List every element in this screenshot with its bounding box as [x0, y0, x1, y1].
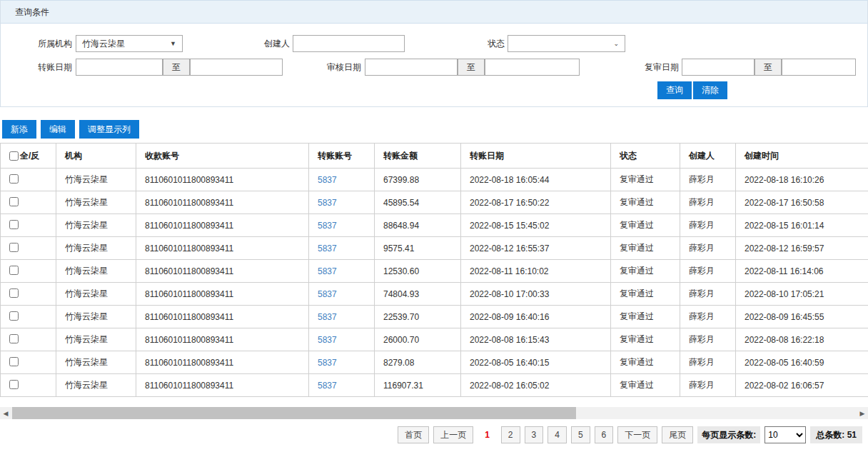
receiving-account-cell: 8110601011800893411 [136, 191, 309, 214]
scroll-left-arrow-icon[interactable]: ◀ [0, 407, 11, 419]
row-checkbox[interactable] [9, 334, 19, 343]
transfer-account-cell: 5837 [309, 191, 375, 214]
chevron-down-icon: ⌄ [613, 40, 619, 47]
org-label: 所属机构 [15, 35, 72, 52]
status-cell: 复审通过 [611, 351, 680, 374]
review-date-to-input[interactable] [782, 59, 856, 76]
page-button[interactable]: 2 [501, 426, 520, 443]
col-header-status: 状态 [611, 144, 680, 169]
next-page-button[interactable]: 下一页 [617, 426, 657, 443]
last-page-button[interactable]: 尾页 [662, 426, 693, 443]
transfer-account-cell: 5837 [309, 237, 375, 260]
transfer-account-link[interactable]: 5837 [318, 198, 337, 208]
receiving-account-cell: 8110601011800893411 [136, 237, 309, 260]
creator-cell: 薛彩月 [680, 191, 736, 214]
status-cell: 复审通过 [611, 169, 680, 191]
horizontal-scrollbar[interactable]: ◀ ▶ [0, 407, 868, 419]
org-select[interactable]: 竹海云柒星 ▼ [76, 35, 183, 52]
first-page-button[interactable]: 首页 [398, 426, 429, 443]
transfer-account-link[interactable]: 5837 [318, 312, 337, 322]
table-row: 竹海云柒星8110601011800893411583774804.932022… [1, 283, 868, 306]
transfer-account-link[interactable]: 5837 [318, 358, 337, 368]
row-checkbox-cell [1, 328, 56, 351]
review-date-from-input[interactable] [682, 59, 755, 76]
adjust-columns-button[interactable]: 调整显示列 [79, 120, 139, 139]
page-button[interactable]: 5 [571, 426, 590, 443]
amount-cell: 88648.94 [375, 214, 461, 237]
transfer-date-cell: 2022-08-09 16:40:16 [461, 306, 611, 328]
transfer-date-cell: 2022-08-05 16:40:15 [461, 351, 611, 374]
transfer-date-to-input[interactable] [190, 59, 283, 76]
transfer-account-link[interactable]: 5837 [318, 266, 337, 276]
transfer-account-link[interactable]: 5837 [318, 175, 337, 185]
status-select[interactable]: ⌄ [508, 35, 625, 52]
row-checkbox-cell [1, 169, 56, 191]
transfer-date-from-input[interactable] [76, 59, 163, 76]
creator-cell: 薛彩月 [680, 306, 736, 328]
created-time-cell: 2022-08-05 16:40:59 [736, 351, 868, 374]
search-button[interactable]: 查询 [657, 81, 692, 99]
select-all-checkbox[interactable] [9, 151, 19, 161]
org-cell: 竹海云柒星 [56, 191, 136, 214]
audit-date-from-input[interactable] [365, 59, 458, 76]
transfer-account-link[interactable]: 5837 [318, 243, 337, 253]
creator-cell: 薛彩月 [680, 169, 736, 191]
page-button[interactable]: 4 [547, 426, 567, 443]
clear-button[interactable]: 清除 [693, 81, 727, 99]
current-page-button[interactable]: 1 [478, 426, 497, 443]
table-row: 竹海云柒星811060101180089341158379575.412022-… [1, 237, 868, 260]
prev-page-button[interactable]: 上一页 [433, 426, 473, 443]
receiving-account-cell: 8110601011800893411 [136, 283, 309, 306]
chevron-down-icon: ▼ [170, 40, 176, 47]
receiving-account-cell: 8110601011800893411 [136, 260, 309, 283]
scrollbar-thumb[interactable] [12, 407, 576, 419]
transfer-date-cell: 2022-08-18 16:05:44 [461, 169, 611, 191]
scroll-right-arrow-icon[interactable]: ▶ [857, 407, 868, 419]
row-checkbox[interactable] [9, 380, 19, 389]
audit-date-to-input[interactable] [485, 59, 580, 76]
review-date-to-label: 至 [755, 59, 782, 76]
row-checkbox[interactable] [9, 174, 19, 184]
transfer-account-link[interactable]: 5837 [318, 289, 337, 299]
row-checkbox[interactable] [9, 243, 19, 252]
transfer-date-to-label: 至 [163, 59, 190, 76]
col-header-creator: 创建人 [680, 144, 736, 169]
row-checkbox[interactable] [9, 197, 19, 206]
amount-cell: 12530.60 [375, 260, 461, 283]
row-checkbox[interactable] [9, 311, 19, 321]
transfer-account-link[interactable]: 5837 [318, 221, 337, 231]
table-row: 竹海云柒星811060101180089341158378279.082022-… [1, 351, 868, 374]
add-button[interactable]: 新添 [2, 120, 36, 139]
page-button[interactable]: 6 [595, 426, 614, 443]
transfer-date-cell: 2022-08-12 16:55:37 [461, 237, 611, 260]
row-checkbox[interactable] [9, 220, 19, 229]
transfer-account-link[interactable]: 5837 [318, 335, 337, 345]
transfer-account-link[interactable]: 5837 [318, 381, 337, 391]
org-cell: 竹海云柒星 [56, 351, 136, 374]
status-cell: 复审通过 [611, 214, 680, 237]
edit-button[interactable]: 编辑 [41, 120, 75, 139]
amount-cell: 67399.88 [375, 169, 461, 191]
row-checkbox-cell [1, 191, 56, 214]
row-checkbox[interactable] [9, 288, 19, 298]
row-checkbox[interactable] [9, 266, 19, 275]
query-panel-title: 查询条件 [1, 1, 867, 24]
transfer-date-cell: 2022-08-02 16:05:02 [461, 374, 611, 397]
receiving-account-cell: 8110601011800893411 [136, 214, 309, 237]
col-header-receiving-account: 收款账号 [136, 144, 309, 169]
page-button[interactable]: 3 [525, 426, 544, 443]
page-number-buttons: 123456 [478, 426, 613, 443]
org-cell: 竹海云柒星 [56, 260, 136, 283]
row-checkbox[interactable] [9, 357, 19, 366]
per-page-select[interactable]: 10 [764, 426, 806, 443]
created-time-cell: 2022-08-09 16:45:55 [736, 306, 868, 328]
creator-input[interactable] [293, 35, 405, 52]
transfer-account-cell: 5837 [309, 283, 375, 306]
query-panel: 查询条件 所属机构 竹海云柒星 ▼ 创建人 状态 ⌄ 转账日期 至 审核日期 至… [0, 0, 868, 107]
receiving-account-cell: 8110601011800893411 [136, 169, 309, 191]
status-cell: 复审通过 [611, 306, 680, 328]
creator-cell: 薛彩月 [680, 237, 736, 260]
total-count-label: 总条数: [816, 430, 844, 440]
status-label: 状态 [448, 35, 505, 52]
created-time-cell: 2022-08-02 16:06:57 [736, 374, 868, 397]
